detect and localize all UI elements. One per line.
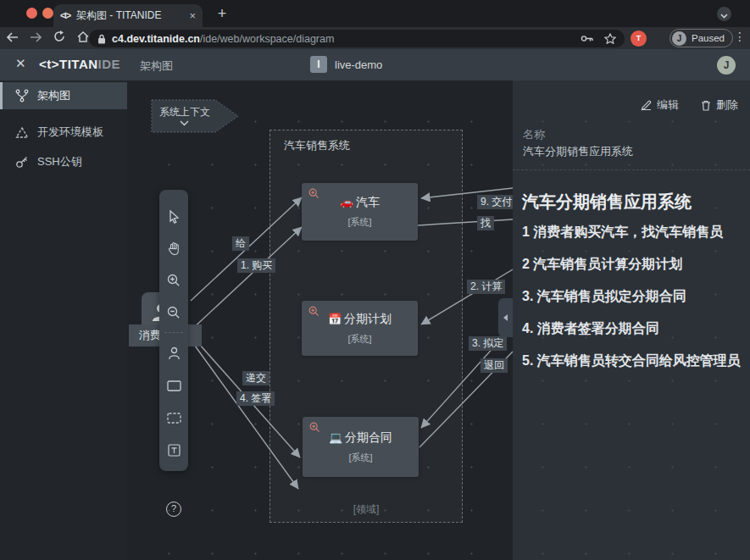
new-tab-button[interactable]: + — [211, 3, 233, 25]
app-close-icon[interactable]: ✕ — [15, 56, 26, 71]
node-subtitle: [系统] — [347, 333, 371, 346]
browser-tab-strip: <t> 架构图 - TITANIDE × + — [0, 0, 750, 27]
tab-close-icon[interactable]: × — [189, 9, 196, 22]
workspace-badge: I — [310, 56, 327, 73]
edit-button[interactable]: 编辑 — [641, 97, 679, 113]
edge-label: 4. 签署 — [236, 391, 275, 406]
edge-label: 给 — [232, 236, 249, 251]
step-item: 2 汽车销售员计算分期计划 — [522, 255, 744, 274]
sidebar-item-diagram[interactable]: 架构图 — [0, 82, 127, 109]
delete-button[interactable]: 删除 — [701, 97, 738, 113]
description-heading: 汽车分期销售应用系统 — [522, 191, 741, 213]
sidebar-item-label: 开发环境模板 — [37, 125, 103, 140]
browser-menu-icon[interactable]: ⋮ — [734, 30, 746, 43]
browser-tab[interactable]: <t> 架构图 - TITANIDE × — [53, 4, 203, 27]
url-path: /ide/web/workspace/diagram — [200, 33, 334, 45]
node-title: 分期计划 — [344, 312, 392, 325]
tool-palette — [159, 190, 188, 471]
person-tool[interactable] — [159, 337, 188, 369]
browser-avatar: J — [672, 31, 686, 46]
diagram-canvas[interactable]: 系统上下文 汽车销售系统 [领域] 🚗汽车 [系统] 📅分期计划 [系统] — [127, 80, 513, 560]
edge-label: 退回 — [481, 358, 508, 373]
profile-status: Paused — [692, 33, 725, 43]
url-domain: c4.dev.titanide.cn — [112, 33, 200, 45]
browser-window: <t> 架构图 - TITANIDE × + c4.dev.titanide.c… — [0, 0, 750, 560]
extension-badge-icon[interactable]: T — [631, 30, 647, 47]
password-key-icon[interactable] — [581, 35, 594, 42]
calendar-icon: 📅 — [328, 313, 342, 325]
forward-icon[interactable] — [24, 30, 47, 46]
node-title: 汽车 — [356, 195, 380, 208]
edge-label: 1. 购买 — [237, 258, 275, 273]
sidebar-item-label: SSH公钥 — [37, 154, 82, 169]
name-field-label: 名称 — [523, 127, 545, 142]
bookmark-star-icon[interactable] — [604, 33, 616, 44]
back-icon[interactable] — [0, 30, 24, 46]
help-button[interactable]: ? — [166, 502, 181, 517]
url-bar[interactable]: c4.dev.titanide.cn/ide/web/workspace/dia… — [89, 30, 625, 47]
tab-search-button[interactable] — [717, 7, 731, 21]
edge-label: 找 — [477, 216, 494, 230]
sidebar-item-dev-template[interactable]: 开发环境模板 — [0, 119, 127, 146]
sidebar-item-label: 架构图 — [37, 88, 70, 103]
browser-profile-pill[interactable]: J Paused — [669, 29, 733, 47]
text-tool[interactable] — [159, 434, 188, 466]
zoom-in-tool[interactable] — [159, 264, 188, 297]
step-item: 3. 汽车销售员拟定分期合同 — [522, 287, 744, 306]
collapse-arrow-icon — [503, 314, 508, 321]
reload-icon[interactable] — [47, 30, 71, 46]
key-icon — [15, 155, 29, 169]
tab-title: 架构图 - TITANIDE — [76, 8, 186, 23]
step-item: 1 消费者购买汽车，找汽车销售员 — [522, 223, 744, 241]
sidebar-item-ssh-key[interactable]: SSH公钥 — [0, 148, 127, 175]
step-item: 4. 消费者签署分期合同 — [522, 319, 744, 338]
edge-label: 9. 交付 — [477, 195, 513, 209]
pencil-icon — [641, 100, 652, 111]
properties-panel: 编辑 删除 名称 汽车分期销售应用系统 汽车分期销售应用系统 1 消费者购买汽车… — [513, 80, 750, 560]
edge-label: 递交 — [242, 371, 269, 385]
zoom-in-node-icon[interactable] — [308, 188, 319, 199]
edge-label: 2. 计算 — [467, 280, 505, 294]
select-cursor-tool[interactable] — [159, 200, 188, 232]
user-avatar[interactable]: J — [717, 56, 736, 75]
node-car-system[interactable]: 🚗汽车 [系统] — [302, 183, 418, 241]
template-icon — [15, 126, 29, 139]
traffic-close-button[interactable] — [26, 8, 37, 19]
header-page-title: 架构图 — [140, 58, 173, 74]
app-sidebar: 架构图 开发环境模板 SSH公钥 — [0, 80, 127, 560]
description-steps: 1 消费者购买汽车，找汽车销售员 2 汽车销售员计算分期计划 3. 汽车销售员拟… — [522, 223, 744, 384]
name-field-value: 汽车分期销售应用系统 — [523, 144, 633, 159]
palette-divider — [164, 332, 183, 333]
tab-favicon-icon: <t> — [60, 11, 70, 20]
node-installment-contract[interactable]: 💻分期合同 [系统] — [303, 417, 419, 477]
pan-hand-tool[interactable] — [159, 232, 188, 264]
trash-icon — [701, 100, 711, 111]
app-logo[interactable]: <t>TITANIDE — [39, 57, 120, 71]
node-subtitle: [系统] — [348, 452, 372, 464]
zoom-in-node-icon[interactable] — [308, 306, 319, 317]
zoom-in-node-icon[interactable] — [309, 422, 320, 433]
diagram-branch-icon — [15, 89, 29, 103]
app-header: ✕ <t>TITANIDE 架构图 I live-demo — [0, 49, 750, 80]
step-item: 5. 汽车销售员转交合同给风控管理员 — [522, 352, 744, 370]
zoom-out-tool[interactable] — [159, 297, 188, 329]
rectangle-tool[interactable] — [159, 369, 188, 402]
node-title: 分期合同 — [345, 430, 392, 444]
node-installment-plan[interactable]: 📅分期计划 [系统] — [302, 301, 418, 356]
edge-label: 3. 拟定 — [469, 336, 507, 351]
browser-toolbar: c4.dev.titanide.cn/ide/web/workspace/dia… — [0, 27, 750, 49]
node-subtitle: [系统] — [347, 216, 371, 229]
laptop-icon: 💻 — [329, 431, 342, 444]
workspace-selector[interactable]: live-demo — [335, 58, 382, 71]
car-icon: 🚗 — [340, 196, 353, 208]
traffic-minimize-button[interactable] — [42, 8, 53, 19]
lock-icon — [97, 34, 106, 44]
dashed-rectangle-tool[interactable] — [159, 402, 188, 434]
panel-collapse-handle[interactable] — [498, 298, 513, 337]
panel-divider — [513, 169, 750, 170]
